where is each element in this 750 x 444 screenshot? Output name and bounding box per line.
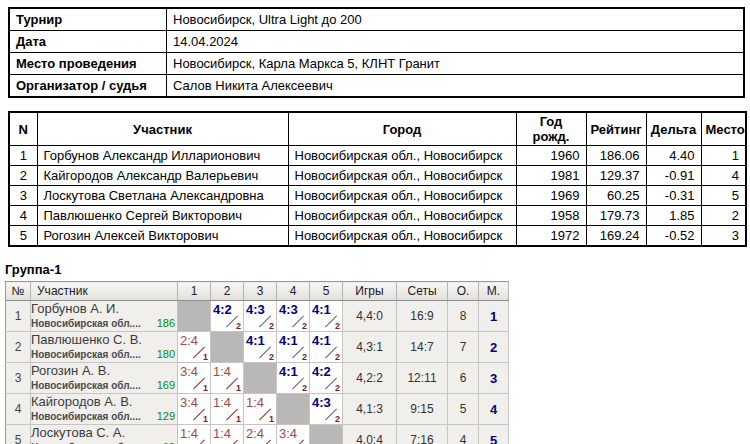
group-games: 4,0:4 [343, 425, 397, 444]
info-row-tournament: Турнир Новосибирск, Ultra Light до 200 [9, 8, 744, 31]
match-score: 4:1 [312, 333, 331, 348]
participant-delta: -0.31 [646, 186, 701, 206]
participant-n: 1 [9, 146, 37, 166]
info-value-organizer: Салов Никита Алексеевич [167, 75, 745, 98]
group-result-cell: 1:4 1 [211, 394, 244, 425]
group-row: 4 Кайгородов А. В. Новосибирская обл....… [6, 394, 509, 425]
info-value-venue: Новосибирск, Карла Маркса 5, КЛНТ Гранит [167, 53, 745, 75]
participant-rating: 129.37 [586, 166, 646, 186]
participant-delta: -0.52 [646, 226, 701, 247]
match-points: 2 [302, 352, 307, 362]
match-score: 4:3 [279, 302, 298, 317]
group-self-cell [178, 301, 211, 332]
group-participant-rating: 186 [157, 317, 177, 329]
participant-city: Новосибирская обл., Новосибирск [288, 166, 516, 186]
group-sets: 12:11 [397, 363, 448, 394]
col-header-delta: Дельта [646, 112, 701, 146]
participant-city: Новосибирская обл., Новосибирск [288, 206, 516, 226]
group-participant-name: Кайгородов А. В. [31, 394, 177, 409]
group-result-cell: 3:4 1 [178, 363, 211, 394]
group-sets: 7:16 [397, 425, 448, 444]
group-points-total: 5 [448, 394, 479, 425]
participant-name: Павлюшенко Сергей Викторович [37, 206, 288, 226]
match-points: 2 [335, 321, 340, 331]
participants-header-row: N Участник Город Год рожд. Рейтинг Дельт… [9, 112, 746, 146]
info-value-tournament: Новосибирск, Ultra Light до 200 [167, 8, 745, 31]
match-points: 1 [203, 352, 208, 362]
group-participant-region: Новосибирская обл.... [31, 349, 141, 360]
participant-name: Лоскутова Светлана Александровна [37, 186, 288, 206]
match-score: 4:3 [312, 395, 331, 410]
group-participant-cell: Горбунов А. И. Новосибирская обл.... 186 [31, 301, 178, 332]
participant-city: Новосибирская обл., Новосибирск [288, 186, 516, 206]
col-header-birth: Год рожд. [516, 112, 586, 146]
group-games: 4,3:1 [343, 332, 397, 363]
group-result-cell: 1:4 1 [211, 425, 244, 444]
group-result-cell: 4:3 2 [310, 394, 343, 425]
group-title: Группа-1 [5, 262, 750, 277]
group-result-cell: 4:2 2 [310, 363, 343, 394]
group-participant-region: Новосибирская обл.... [31, 318, 141, 329]
match-points: 2 [335, 383, 340, 393]
group-row-number: 5 [6, 425, 31, 444]
group-crosstable: № Участник 1 2 3 4 5 Игры Сеты О. М. 1 Г… [5, 281, 509, 444]
group-participant-rating: 129 [157, 410, 177, 422]
tournament-report-page: Турнир Новосибирск, Ultra Light до 200 Д… [0, 0, 750, 444]
participant-row: 4 Павлюшенко Сергей Викторович Новосибир… [9, 206, 746, 226]
info-row-venue: Место проведения Новосибирск, Карла Марк… [9, 53, 744, 75]
group-result-cell: 4:1 2 [277, 363, 310, 394]
match-score: 3:4 [180, 395, 198, 410]
info-label-venue: Место проведения [9, 53, 167, 75]
group-games: 4,4:0 [343, 301, 397, 332]
group-participant-cell: Рогозин А. В. Новосибирская обл.... 169 [31, 363, 178, 394]
group-col-4: 4 [277, 282, 310, 301]
match-score: 4:2 [312, 364, 331, 379]
participant-n: 5 [9, 226, 37, 247]
group-participant-subline: Новосибирская обл.... 129 [31, 410, 177, 422]
match-points: 2 [335, 414, 340, 424]
group-result-cell: 1:4 1 [211, 363, 244, 394]
group-result-cell: 2:4 1 [244, 425, 277, 444]
group-col-2: 2 [211, 282, 244, 301]
col-header-city: Город [288, 112, 516, 146]
group-participant-name: Рогозин А. В. [31, 363, 177, 378]
group-result-cell: 4:3 2 [277, 301, 310, 332]
group-place: 4 [479, 394, 509, 425]
match-score: 1:4 [246, 395, 264, 410]
match-score: 1:4 [213, 364, 231, 379]
group-place: 1 [479, 301, 509, 332]
col-header-n: N [9, 112, 37, 146]
info-label-tournament: Турнир [9, 8, 167, 31]
group-result-cell: 1:4 1 [178, 425, 211, 444]
group-header-row: № Участник 1 2 3 4 5 Игры Сеты О. М. [6, 282, 509, 301]
group-sets: 14:7 [397, 332, 448, 363]
match-score: 4:1 [312, 302, 331, 317]
tournament-info-table: Турнир Новосибирск, Ultra Light до 200 Д… [8, 7, 745, 98]
info-label-date: Дата [9, 31, 167, 53]
group-result-cell: 4:1 2 [277, 332, 310, 363]
group-participant-name: Горбунов А. И. [31, 301, 177, 316]
match-score: 1:4 [213, 426, 231, 441]
group-participant-name: Лоскутова С. А. [31, 425, 177, 440]
group-result-cell: 4:2 2 [211, 301, 244, 332]
participant-birth: 1969 [516, 186, 586, 206]
group-col-3: 3 [244, 282, 277, 301]
group-participant-cell: Кайгородов А. В. Новосибирская обл.... 1… [31, 394, 178, 425]
group-result-cell: 3:4 1 [277, 425, 310, 444]
participant-rating: 169.24 [586, 226, 646, 247]
participant-birth: 1960 [516, 146, 586, 166]
match-score: 1:4 [180, 426, 198, 441]
group-games: 4,1:3 [343, 394, 397, 425]
participant-delta: 4.40 [646, 146, 701, 166]
group-result-cell: 4:1 2 [310, 301, 343, 332]
group-points-total: 7 [448, 332, 479, 363]
group-games: 4,2:2 [343, 363, 397, 394]
participant-place: 4 [701, 166, 746, 186]
participant-name: Рогозин Алексей Викторович [37, 226, 288, 247]
participant-place: 3 [701, 226, 746, 247]
group-col-place: М. [479, 282, 509, 301]
group-points-total: 8 [448, 301, 479, 332]
group-row: 2 Павлюшенко С. В. Новосибирская обл....… [6, 332, 509, 363]
group-col-1: 1 [178, 282, 211, 301]
match-points: 2 [302, 383, 307, 393]
